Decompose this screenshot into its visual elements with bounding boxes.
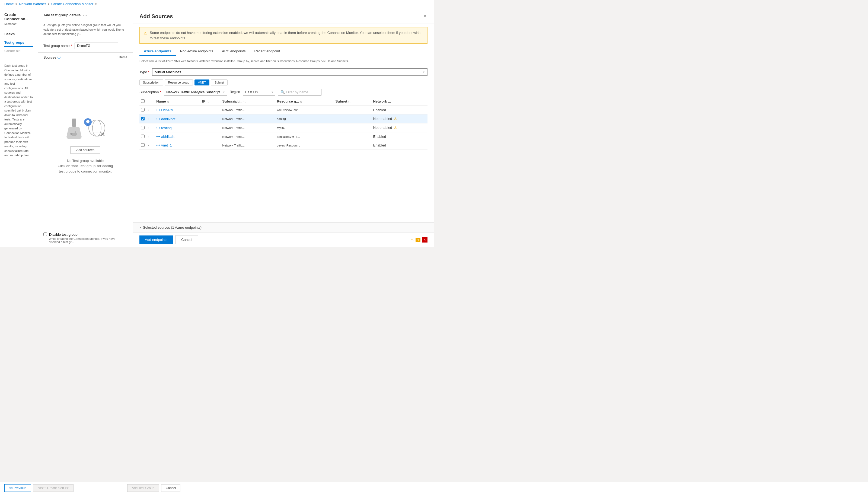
subscription-select[interactable]: Network Traffic Analytics Subscript... ▾ [164,89,227,95]
tab-recent-endpoint[interactable]: Recent endpoint [250,47,284,56]
notification-error-button[interactable]: × [422,237,427,243]
chip-subscription[interactable]: Subscription [139,79,163,86]
add-sources-button[interactable]: Add sources [71,146,100,154]
row-warning-icon: ⚠ [394,126,398,130]
breadcrumb-network-watcher[interactable]: Network Watcher [19,2,46,6]
test-group-name-input[interactable] [75,43,118,49]
disable-group-description: While creating the Connection Monitor, i… [43,237,127,244]
close-button[interactable]: × [422,13,427,20]
row-name-link[interactable]: testing.... [161,126,175,130]
row-network-watcher-status: Enabled [373,135,386,139]
row-subscription: Network Traffic... [221,132,275,141]
sort-subscription[interactable]: ↑↓ [243,100,246,103]
row-ip [200,106,220,114]
row-checkbox[interactable] [141,126,144,129]
cancel-right-button[interactable]: Cancel [175,235,198,244]
globe-location-icon [82,114,106,140]
breadcrumb-home[interactable]: Home [4,2,14,6]
col-subscription[interactable]: Subscripti... ↑↓ [221,97,275,106]
row-name-link[interactable]: DtINPM.. [161,108,175,112]
row-expand-icon[interactable]: › [148,127,149,129]
center-panel-title: Add test group details [43,13,81,17]
breadcrumb-sep-2: > [48,2,50,6]
row-expand-icon[interactable]: › [148,135,149,138]
col-subnet[interactable]: Subnet ↑↓ [334,97,371,106]
center-panel: Add test group details ⋯ A Test group le… [38,8,133,247]
row-checkbox[interactable] [141,117,144,120]
row-resource-group: deveshResourc... [275,141,334,150]
table-row: ›⟷abhilash.Network Traffic...abhilashaVM… [139,132,427,141]
sources-label: Sources ⓘ [43,55,60,59]
row-network-watcher-status: Not enabled [373,126,392,130]
region-chevron: ▾ [271,91,273,94]
panel-description: Select from a list of Azure VMs with Net… [133,56,434,66]
sort-ip[interactable]: ↑↓ [207,100,209,103]
breadcrumb-sep-1: > [16,2,18,6]
row-checkbox[interactable] [141,135,144,138]
row-checkbox[interactable] [141,143,144,147]
row-subscription: Network Traffic... [221,114,275,124]
sort-name[interactable]: ↑↓ [167,100,169,103]
row-resource-group: CMPreviewTest [275,106,334,114]
chip-vnet[interactable]: VNET [194,79,209,86]
filter-by-name-input[interactable]: 🔍 Filter by name [278,89,322,95]
row-network-watcher-status: Not enabled [373,117,392,121]
connection-icon: ⟷ [156,109,160,112]
right-panel-title: Add Sources [139,13,173,20]
col-resource-group[interactable]: Resource g... ↑↓ [275,97,334,106]
row-subscription: Network Traffic... [221,124,275,132]
col-ip[interactable]: IP ↑↓ [200,97,220,106]
sidebar-item-basics[interactable]: Basics [0,30,38,38]
tab-non-azure-endpoints[interactable]: Non-Azure endpoints [176,47,217,56]
notification-area: ⚠ 4 × [410,237,427,243]
region-select[interactable]: East US ▾ [243,89,275,95]
subscription-filter-row: Subscription * Network Traffic Analytics… [133,87,434,97]
sidebar-item-test-groups[interactable]: Test groups [0,38,38,47]
disable-group-row: Disable test group While creating the Co… [38,229,133,247]
row-subnet [334,106,371,114]
tab-arc-endpoints[interactable]: ARC endpoints [217,47,250,56]
breadcrumb-create-connection-monitor[interactable]: Create Connection Monitor [51,2,93,6]
row-ip [200,114,220,124]
sidebar: Create Connection... Microsoft Basics Te… [0,8,38,247]
row-ip [200,124,220,132]
selected-sources-bar: ∧ Selected sources (1 Azure endpoints) [133,223,434,232]
row-expand-icon[interactable]: › [148,109,149,112]
sidebar-title: Create Connection... [0,13,38,22]
row-subscription: Network Traffic... [221,141,275,150]
col-name[interactable]: Name ↑↓ [155,97,200,106]
sort-resource-group[interactable]: ↑↓ [300,100,302,103]
row-name-link[interactable]: abhilash. [161,135,175,139]
disable-group-checkbox[interactable] [43,232,47,236]
center-panel-more-icon[interactable]: ⋯ [83,13,87,18]
notification-warning-icon: ⚠ [410,238,414,242]
type-select[interactable]: Virtual Machines ▾ [152,68,427,76]
flask-icon [64,118,83,140]
sidebar-more-icon[interactable]: ⋯ [5,53,33,57]
connection-icon: ⟷ [156,117,160,120]
row-expand-icon[interactable]: › [148,144,149,147]
selected-sources-chevron[interactable]: ∧ [139,226,141,229]
right-panel: Add Sources × ⚠ Some endpoints do not ha… [133,8,434,247]
sort-subnet[interactable]: ↑↓ [348,100,351,103]
tab-azure-endpoints[interactable]: Azure endpoints [139,47,176,56]
tabs-row: Azure endpoints Non-Azure endpoints ARC … [133,47,434,56]
add-endpoints-button[interactable]: Add endpoints [139,235,173,244]
disable-group-label[interactable]: Disable test group [43,232,127,236]
row-ip [200,141,220,150]
row-name-link[interactable]: vnet_1 [161,143,172,147]
row-checkbox[interactable] [141,108,144,112]
sources-count: 0 Items [117,55,127,59]
table-row: ›⟷aahilvnetNetwork Traffic...aahilrgNot … [139,114,427,124]
center-panel-description: A Test group lets you define a logical g… [38,20,133,39]
row-expand-icon[interactable]: › [148,117,149,120]
chip-subnet[interactable]: Subnet [211,79,228,86]
sidebar-subtitle: Microsoft [0,22,38,30]
warning-banner-text: Some endpoints do not have monitoring ex… [150,30,423,41]
select-all-checkbox[interactable] [141,99,144,103]
table-row: ›⟷DtINPM..Network Traffic...CMPreviewTes… [139,106,427,114]
row-name-link[interactable]: aahilvnet [161,117,175,121]
chip-resource-group[interactable]: Resource group [165,79,193,86]
row-subnet [334,114,371,124]
sources-info-icon[interactable]: ⓘ [58,55,60,59]
